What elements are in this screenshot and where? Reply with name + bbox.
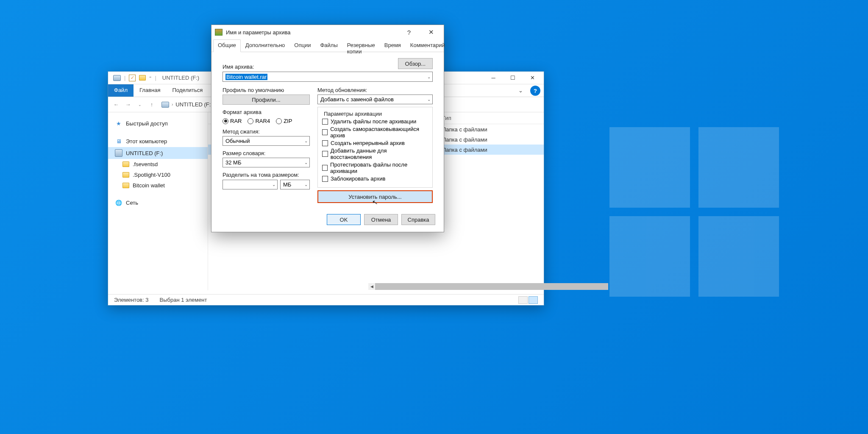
folder-icon	[122, 183, 129, 188]
opt-recovery[interactable]: Добавить данные для восстановления	[322, 147, 428, 160]
dict-select[interactable]: 32 МБ⌄	[223, 158, 310, 167]
archive-name-value: Bitcoin wallet.rar	[225, 74, 267, 80]
col-type[interactable]: Тип	[437, 115, 513, 121]
tab-home[interactable]: Главная	[134, 84, 166, 97]
checkbox-icon	[322, 151, 328, 157]
tab-advanced[interactable]: Дополнительно	[241, 39, 290, 52]
tab-file[interactable]: Файл	[108, 84, 134, 97]
split-size-input[interactable]: ⌄	[223, 180, 278, 189]
chevron-down-icon: ⌄	[272, 182, 275, 187]
checkbox-icon	[322, 119, 328, 125]
radio-icon	[248, 118, 253, 124]
help-icon[interactable]: ?	[530, 86, 540, 96]
cancel-button[interactable]: Отмена	[364, 214, 398, 225]
dialog-close-button[interactable]: ✕	[422, 26, 440, 39]
radio-icon	[276, 118, 282, 124]
history-dropdown-icon[interactable]: ⌄	[135, 100, 145, 109]
drive-icon	[115, 149, 122, 157]
forward-button[interactable]: →	[123, 100, 133, 109]
chevron-down-icon: ⌄	[304, 139, 308, 143]
ok-button[interactable]: OK	[327, 214, 361, 225]
checkbox-icon	[322, 129, 328, 135]
sidebar-drive[interactable]: UNTITLED (F:)	[108, 147, 208, 159]
archive-dialog: Имя и параметры архива ? ✕ Общие Дополни…	[211, 25, 444, 232]
view-icons-button[interactable]	[529, 296, 538, 304]
archive-name-input[interactable]: Bitcoin wallet.rar ⌄	[223, 72, 433, 82]
tab-share[interactable]: Поделиться	[166, 84, 209, 97]
window-title: UNTITLED (F:)	[162, 75, 199, 81]
dict-label: Размер словаря:	[223, 150, 310, 156]
checkbox-icon	[322, 176, 328, 182]
back-button[interactable]: ←	[111, 100, 121, 109]
profiles-button[interactable]: Профили...	[223, 95, 310, 105]
tab-general[interactable]: Общие	[213, 39, 241, 52]
close-button[interactable]: ✕	[523, 72, 542, 84]
tab-comment[interactable]: Комментарий	[406, 39, 450, 52]
dialog-help-button[interactable]: ?	[400, 26, 418, 39]
chevron-down-icon[interactable]: ⌄	[427, 75, 431, 79]
view-details-button[interactable]	[518, 296, 528, 304]
ribbon-expand-icon[interactable]: ⌄	[514, 84, 527, 97]
sidebar: ★ Быстрый доступ 🖥 Этот компьютер UNTITL…	[108, 112, 208, 290]
set-password-button[interactable]: Установить пароль... ↖	[317, 190, 433, 203]
opt-test[interactable]: Протестировать файлы после архивации	[322, 161, 428, 174]
browse-button[interactable]: Обзор...	[398, 58, 433, 69]
folder-icon	[122, 161, 129, 167]
horizontal-scrollbar[interactable]: ◀ ▶	[368, 283, 538, 290]
radio-rar[interactable]: RAR	[223, 118, 242, 124]
radio-zip[interactable]: ZIP	[276, 118, 292, 124]
chevron-down-icon: ⌄	[427, 97, 431, 102]
update-mode-select[interactable]: Добавить с заменой файлов⌄	[317, 95, 433, 104]
maximize-button[interactable]: ☐	[503, 72, 523, 84]
sidebar-folder-bitcoin[interactable]: Bitcoin wallet	[108, 180, 208, 191]
dialog-tabs: Общие Дополнительно Опции Файлы Резервны…	[211, 39, 444, 52]
status-selected: Выбран 1 элемент	[159, 297, 207, 303]
breadcrumb[interactable]: › UNTITLED (F:)	[159, 100, 215, 108]
sidebar-this-pc[interactable]: 🖥 Этот компьютер	[108, 135, 208, 147]
drive-icon	[113, 75, 121, 81]
winrar-icon	[215, 29, 223, 36]
sidebar-folder-fseventsd[interactable]: .fseventsd	[108, 159, 208, 170]
star-icon: ★	[115, 120, 122, 127]
opt-delete-after[interactable]: Удалить файлы после архивации	[322, 118, 428, 125]
tab-time[interactable]: Время	[380, 39, 406, 52]
sidebar-folder-spotlight[interactable]: .Spotlight-V100	[108, 170, 208, 180]
sidebar-quick-access[interactable]: ★ Быстрый доступ	[108, 117, 208, 129]
options-legend: Параметры архивации	[322, 111, 384, 117]
folder-icon	[122, 172, 129, 178]
compression-select[interactable]: Обычный⌄	[223, 136, 310, 146]
tab-backup[interactable]: Резервные копии	[342, 39, 380, 52]
tab-options[interactable]: Опции	[289, 39, 315, 52]
dialog-title: Имя и параметры архива	[226, 29, 396, 36]
opt-sfx[interactable]: Создать самораспаковывающийся архив	[322, 126, 428, 139]
archive-options-group: Параметры архивации Удалить файлы после …	[317, 107, 433, 188]
split-unit-select[interactable]: МБ⌄	[280, 180, 310, 189]
folder-icon[interactable]	[139, 75, 146, 81]
scroll-left-icon[interactable]: ◀	[368, 283, 375, 290]
checkbox-icon	[322, 140, 328, 146]
qat-sep: |	[124, 75, 125, 81]
radio-rar4[interactable]: RAR4	[248, 118, 270, 124]
chevron-down-icon: ⌄	[304, 182, 308, 187]
status-count: Элементов: 3	[114, 297, 148, 303]
help-button[interactable]: Справка	[401, 214, 435, 225]
up-button[interactable]: ↑	[147, 100, 156, 109]
opt-solid[interactable]: Создать непрерывный архив	[322, 140, 428, 146]
checkbox-icon	[322, 165, 328, 171]
scrollbar-thumb[interactable]	[375, 283, 608, 290]
qat-dropdown-icon[interactable]: ⁼	[149, 75, 151, 80]
qat-checkbox-icon[interactable]: ✓	[129, 75, 136, 81]
sidebar-network[interactable]: 🌐 Сеть	[108, 197, 208, 209]
format-label: Формат архива	[223, 109, 310, 115]
minimize-button[interactable]: ─	[484, 72, 503, 84]
status-bar: Элементов: 3 Выбран 1 элемент	[108, 294, 544, 305]
crumb-drive-icon	[161, 102, 169, 108]
archive-name-label: Имя архива:	[223, 64, 254, 70]
opt-lock[interactable]: Заблокировать архив	[322, 175, 428, 182]
qat-divider: |	[155, 75, 156, 81]
tab-files[interactable]: Файлы	[315, 39, 342, 52]
pc-icon: 🖥	[115, 137, 122, 145]
radio-icon	[223, 118, 228, 124]
breadcrumb-text: UNTITLED (F:)	[175, 101, 212, 108]
chevron-down-icon: ⌄	[304, 160, 308, 165]
